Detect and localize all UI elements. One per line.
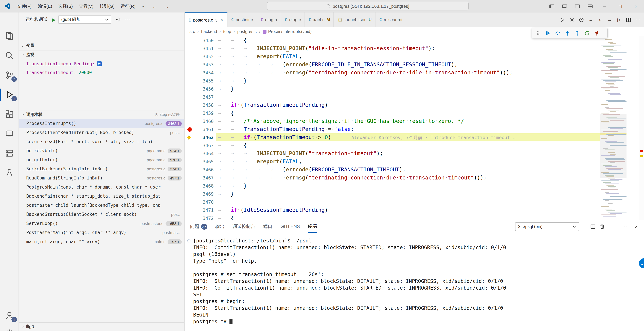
debug-toolbar[interactable] [532,28,608,38]
code-line[interactable]: 3463→ → { [185,141,600,150]
gutter-glyph-margin[interactable] [186,77,194,85]
breadcrumb-item[interactable]: tcop [223,29,231,34]
line-number[interactable]: 3457 [193,93,214,101]
testing-flask-icon[interactable] [0,165,19,181]
toggle-sidebar-icon[interactable] [546,0,558,13]
gutter-glyph-margin[interactable] [186,125,194,133]
toggle-panel-icon[interactable] [558,0,571,13]
code-line[interactable]: 3470 [185,198,600,206]
step-over-icon[interactable] [553,28,562,38]
gutter-glyph-margin[interactable] [186,174,194,182]
tab-close-icon[interactable]: × [221,17,224,23]
stack-frame[interactable]: BackendStartup(ClientSocket * client_soc… [19,210,184,219]
minimize-icon[interactable]: ─ [596,0,612,13]
line-number[interactable]: 3459 [193,109,214,117]
code-line[interactable]: 3461→ → TransactionTimeoutPending·=·fals… [185,125,600,133]
gutter-glyph-margin[interactable] [186,198,194,206]
watch-item[interactable]: TransactionTimeoutPending:0 [19,59,184,68]
line-number[interactable]: 3471 [193,206,214,214]
gutter-glyph-margin[interactable] [186,206,194,214]
launch-config-dropdown[interactable]: (gdb) 附加 [58,16,111,24]
gutter-glyph-margin[interactable] [186,53,194,61]
minimap[interactable] [600,36,626,220]
code-line[interactable]: 3458→ if·(TransactionTimeoutPending) [185,101,600,109]
step-into-icon[interactable] [562,28,572,38]
code-line[interactable]: 3469→ } [185,190,600,198]
menu-item-4[interactable]: 转到(G) [96,0,118,12]
stack-frame[interactable]: ServerLoop()postmaster.c1653:1 [19,219,184,228]
breakpoints-section-header[interactable]: 断点 [19,322,184,331]
restart-icon[interactable] [582,28,592,38]
menu-more-icon[interactable]: ··· [138,0,149,12]
code-line[interactable]: 3465→ → → ereport(FATAL, [185,158,600,166]
tab-postinit.c[interactable]: Cpostinit.c [228,13,257,27]
disconnect-icon[interactable] [592,28,602,38]
line-number[interactable]: 3468 [193,182,214,190]
gutter-glyph-margin[interactable] [186,85,194,93]
gutter-glyph-margin[interactable] [186,182,194,190]
sidebar-more-icon[interactable]: ··· [125,17,130,22]
remote-explorer-icon[interactable] [0,126,19,142]
line-number[interactable]: 3462 [193,133,214,141]
gutter-glyph-margin[interactable] [186,93,194,101]
panel-tab-端口[interactable]: 端口 [263,220,272,233]
watch-item[interactable]: TransactionTimeout:20000 [19,68,184,77]
stack-frame[interactable]: PostgresMain(const char * dbname, const … [19,182,184,192]
code-line[interactable]: 3453→ → → → → (errcode(ERRCODE_IDLE_IN_T… [185,61,600,69]
code-line[interactable]: 3455→ → } [185,77,600,85]
nav-back-icon[interactable]: ← [149,3,161,9]
menu-item-5[interactable]: 运行(R) [118,0,138,12]
code-line[interactable]: 3472→ { [185,214,600,220]
panel-tab-调试控制台[interactable]: 调试控制台 [232,220,255,233]
step-out-icon[interactable] [572,28,582,38]
stack-frame[interactable]: postmaster_child_launch(BackendType chil… [19,201,184,210]
line-number[interactable]: 3458 [193,101,214,109]
tab-miscadmi[interactable]: Cmiscadmi [376,13,406,27]
code-line[interactable]: 3462→ → if·(TransactionTimeout·>·0)Alexa… [185,133,600,141]
panel-tab-GITLENS[interactable]: GITLENS [280,220,300,233]
line-number[interactable]: 3466 [193,166,214,174]
run-cpp-file-icon[interactable] [558,16,566,24]
code-line[interactable]: 3459→ { [185,109,600,117]
gutter-glyph-margin[interactable] [186,166,194,174]
code-line[interactable]: 3454→ → → → → ·errmsg("terminating·conne… [185,69,600,77]
line-number[interactable]: 3465 [193,158,214,166]
customize-layout-icon[interactable] [584,0,596,13]
menu-item-3[interactable]: 查看(V) [76,0,96,12]
panel-more-icon[interactable]: ··· [611,223,618,230]
code-line[interactable]: 3457 [185,93,600,101]
run-file-icon[interactable]: ▷ [615,16,623,24]
line-number[interactable]: 3464 [193,150,214,158]
compare-circle-icon[interactable]: ○ [596,16,604,24]
gutter-glyph-margin[interactable] [186,117,194,125]
gutter-glyph-margin[interactable] [186,61,194,69]
accounts-icon[interactable]: 1 [0,307,19,323]
nav-forward-icon[interactable]: → [161,3,172,9]
tab-xact.c[interactable]: Cxact.cM [305,13,334,27]
continue-icon[interactable] [543,28,553,38]
stack-frame[interactable]: secure_read(Port * port, void * ptr, siz… [19,137,184,146]
line-number[interactable]: 3452 [193,53,214,61]
variables-section-header[interactable]: 变量 [19,41,184,50]
gutter-glyph-margin[interactable] [186,36,194,45]
stack-frame[interactable]: ProcessClientReadInterrupt(_Bool blocked… [19,128,184,137]
code-line[interactable]: 3471→ if·(IdleSessionTimeoutPending) [185,206,600,214]
stack-frame[interactable]: ReadCommand(StringInfo inBuf)postgres.c4… [19,173,184,182]
stack-frame[interactable]: BackendMain(char * startup_data, size_t … [19,192,184,201]
line-number[interactable]: 3451 [193,45,214,53]
gutter-glyph-margin[interactable] [186,150,194,158]
maximize-icon[interactable]: □ [612,0,628,13]
menu-item-0[interactable]: 文件(F) [14,0,34,12]
code-line[interactable]: 3451→ → → INJECTION_POINT("idle-in-trans… [185,45,600,53]
previous-change-icon[interactable]: ← [587,16,595,24]
tab-postgres.c[interactable]: Cpostgres.c3× [185,13,228,27]
search-view-icon[interactable] [0,48,19,64]
breadcrumb-item[interactable]: ProcessInterrupts(void) [268,29,312,34]
callstack-section-header[interactable]: 调用堆栈 因 step 已暂停 [19,110,184,119]
code-line[interactable]: 3452→ → → ereport(FATAL, [185,53,600,61]
line-number[interactable]: 3455 [193,77,214,85]
run-settings-gear-icon[interactable] [568,16,576,24]
toolbar-grip-icon[interactable] [533,28,543,38]
breadcrumb-item[interactable]: backend [201,29,217,34]
gutter-glyph-margin[interactable] [186,69,194,77]
